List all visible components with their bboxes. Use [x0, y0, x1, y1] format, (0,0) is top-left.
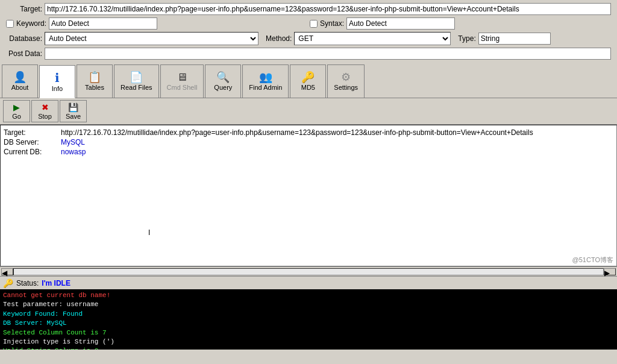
horizontal-scrollbar[interactable]: ◀ ▶: [0, 266, 617, 276]
status-bar: 🔑 Status: I'm IDLE: [0, 276, 617, 289]
status-idle-text: I'm IDLE: [42, 279, 70, 287]
target-row: Target:: [3, 2, 614, 16]
dbserver-content-row: DB Server: MySQL: [4, 138, 613, 146]
cursor-indicator: I: [148, 228, 613, 237]
scroll-left-btn[interactable]: ◀: [1, 268, 13, 275]
md5-icon: 🔑: [301, 72, 315, 83]
target-input[interactable]: [45, 3, 611, 15]
go-icon: ▶: [13, 102, 20, 112]
tab-find-admin[interactable]: 👥 Find Admin: [242, 64, 289, 98]
tab-cmd-shell[interactable]: 🖥 Cmd Shell: [160, 64, 204, 98]
tab-query-label: Query: [214, 84, 232, 91]
database-select[interactable]: Auto Detect: [45, 32, 258, 45]
syntax-section: Syntax:: [310, 17, 611, 30]
keyword-checkbox[interactable]: [6, 20, 14, 28]
syntax-checkbox[interactable]: [310, 20, 318, 28]
about-icon: 👤: [13, 72, 27, 83]
target-label: Target:: [6, 5, 42, 13]
keyword-row: Keyword: Syntax:: [3, 16, 614, 31]
tab-md5[interactable]: 🔑 MD5: [290, 64, 326, 98]
stop-icon: ✖: [42, 102, 49, 112]
top-bar: Target: Keyword: Syntax: Database: Auto …: [0, 0, 617, 63]
tab-md5-label: MD5: [301, 84, 315, 91]
tab-cmd-shell-label: Cmd Shell: [167, 84, 198, 91]
save-icon: 💾: [68, 102, 78, 112]
currentdb-content-key: Current DB:: [4, 148, 58, 156]
tab-about[interactable]: 👤 About: [2, 64, 38, 98]
watermark: @51CTO博客: [572, 256, 613, 265]
toolbar-tabs: 👤 About ℹ Info 📋 Tables 📄 Read Files 🖥 C…: [0, 63, 617, 98]
dbserver-content-val: MySQL: [61, 138, 85, 146]
target-content-row: Target: http://172.16.70.132/mutillidae/…: [4, 128, 613, 137]
tab-info-label: Info: [52, 85, 63, 92]
method-label: Method:: [266, 34, 292, 43]
tab-info[interactable]: ℹ Info: [39, 65, 75, 98]
postdata-label: Post Data:: [6, 49, 42, 58]
tab-read-files[interactable]: 📄 Read Files: [114, 64, 159, 98]
tab-about-label: About: [11, 84, 29, 91]
action-bar: ▶ Go ✖ Stop 💾 Save: [0, 98, 617, 125]
syntax-input[interactable]: [346, 17, 455, 30]
dbserver-content-key: DB Server:: [4, 138, 58, 146]
tab-tables-label: Tables: [85, 84, 104, 91]
save-label: Save: [66, 113, 81, 120]
go-label: Go: [12, 113, 21, 120]
target-content-key: Target:: [4, 128, 58, 137]
stop-label: Stop: [38, 113, 52, 120]
keyword-input[interactable]: [49, 17, 157, 30]
tab-settings-label: Settings: [334, 84, 358, 91]
tab-read-files-label: Read Files: [121, 84, 152, 91]
syntax-label: Syntax:: [320, 19, 344, 28]
scroll-right-btn[interactable]: ▶: [604, 268, 616, 275]
database-row: Database: Auto Detect Method: GET Type:: [3, 31, 614, 46]
postdata-row: Post Data:: [3, 46, 614, 61]
console-area: Cannot get current db name!Test paramete…: [0, 289, 617, 350]
currentdb-content-row: Current DB: nowasp: [4, 148, 613, 156]
find-admin-icon: 👥: [259, 72, 272, 83]
tables-icon: 📋: [88, 72, 101, 83]
tab-query[interactable]: 🔍 Query: [205, 64, 241, 98]
method-select[interactable]: GET: [294, 32, 451, 45]
stop-button[interactable]: ✖ Stop: [31, 100, 58, 122]
query-icon: 🔍: [216, 72, 230, 83]
tab-find-admin-label: Find Admin: [249, 84, 282, 91]
info-icon: ℹ: [55, 72, 60, 84]
settings-icon: ⚙: [341, 72, 351, 83]
type-label: Type:: [458, 34, 475, 43]
database-label: Database:: [6, 34, 42, 43]
target-content-val: http://172.16.70.132/mutillidae/index.ph…: [61, 128, 533, 137]
cmd-shell-icon: 🖥: [177, 72, 187, 83]
tab-settings[interactable]: ⚙ Settings: [327, 64, 365, 98]
status-label: Status:: [16, 279, 39, 287]
status-icon: 🔑: [3, 278, 13, 288]
postdata-input[interactable]: [45, 48, 611, 60]
keyword-section: Keyword:: [6, 17, 307, 30]
save-button[interactable]: 💾 Save: [60, 100, 87, 122]
type-input[interactable]: [478, 33, 551, 45]
go-button[interactable]: ▶ Go: [3, 100, 30, 122]
scroll-track[interactable]: [13, 268, 604, 275]
tab-tables[interactable]: 📋 Tables: [77, 64, 113, 98]
read-files-icon: 📄: [130, 72, 143, 83]
main-content-area[interactable]: Target: http://172.16.70.132/mutillidae/…: [0, 125, 617, 266]
keyword-label: Keyword:: [16, 19, 46, 28]
currentdb-content-val: nowasp: [61, 148, 86, 156]
